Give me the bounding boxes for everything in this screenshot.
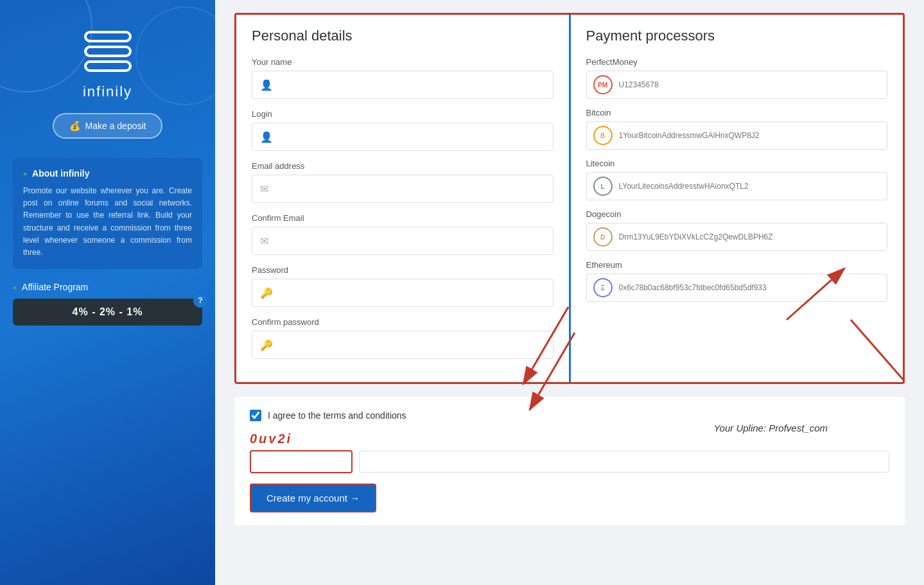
dogecoin-input-wrapper: D	[586, 223, 888, 251]
confirm-email-label: Confirm Email	[252, 213, 554, 223]
password-input[interactable]	[278, 288, 545, 298]
personal-section: Personal details Your name 👤 Login 👤 Ema…	[236, 15, 571, 382]
perfectmoney-input-wrapper: PM	[586, 71, 888, 99]
password-label: Password	[252, 265, 554, 275]
dogecoin-logo: D	[593, 227, 613, 247]
sidebar: infinily 💰 Make a deposit About infinily…	[0, 0, 215, 585]
terms-row: I agree to the terms and conditions	[250, 410, 889, 421]
perfectmoney-label: PerfectMoney	[586, 57, 888, 67]
dogecoin-input[interactable]	[619, 232, 881, 241]
confirm-password-input-wrapper: 🔑	[252, 331, 554, 359]
affiliate-label: Affiliate Program	[13, 282, 202, 292]
confirm-password-input[interactable]	[278, 340, 545, 350]
create-account-label: Create my account →	[266, 493, 360, 503]
password-input-wrapper: 🔑	[252, 279, 554, 307]
bottom-section: I agree to the terms and conditions 0uv2…	[234, 397, 905, 525]
ethereum-input-wrapper: Ξ	[586, 274, 888, 302]
email-input[interactable]	[278, 184, 545, 194]
confirm-email-input-wrapper: ✉	[252, 227, 554, 255]
captcha-code: 0uv2i	[250, 432, 889, 446]
email-icon-2: ✉	[260, 235, 273, 247]
email-icon: ✉	[260, 183, 273, 195]
confirm-email-input[interactable]	[278, 236, 545, 246]
litecoin-logo: L	[593, 177, 613, 196]
bitcoin-logo: B	[593, 126, 613, 145]
litecoin-input[interactable]	[619, 182, 881, 191]
affiliate-rates-container: 4% - 2% - 1% ?	[13, 299, 202, 326]
svg-rect-1	[85, 47, 130, 56]
confirm-password-label: Confirm password	[252, 317, 554, 327]
captcha-input[interactable]	[250, 450, 353, 473]
terms-label[interactable]: I agree to the terms and conditions	[268, 410, 406, 421]
bitcoin-input-wrapper: B	[586, 121, 888, 150]
ethereum-label: Ethereum	[586, 260, 888, 270]
captcha-section: 0uv2i	[250, 432, 889, 473]
svg-rect-0	[85, 32, 130, 41]
deposit-icon: 💰	[69, 121, 80, 131]
name-input-wrapper: 👤	[252, 71, 554, 99]
payment-section-title: Payment processors	[586, 28, 888, 44]
person-icon: 👤	[260, 79, 273, 91]
deposit-button-label: Make a deposit	[85, 121, 146, 131]
about-card: About infinily Promote our website where…	[13, 158, 202, 269]
bitcoin-label: Bitcoin	[586, 108, 888, 118]
dogecoin-label: Dogecoin	[586, 209, 888, 219]
terms-checkbox[interactable]	[250, 410, 261, 421]
name-label: Your name	[252, 57, 554, 67]
deposit-button[interactable]: 💰 Make a deposit	[53, 113, 163, 139]
about-card-text: Promote our website wherever you are. Cr…	[23, 185, 192, 259]
svg-rect-2	[85, 62, 130, 71]
personal-section-title: Personal details	[252, 28, 554, 44]
create-account-button[interactable]: Create my account →	[250, 484, 376, 512]
lock-icon: 🔑	[260, 287, 273, 299]
about-card-title: About infinily	[23, 168, 192, 179]
login-label: Login	[252, 109, 554, 119]
litecoin-label: Litecoin	[586, 159, 888, 168]
litecoin-input-wrapper: L	[586, 172, 888, 200]
lock-icon-2: 🔑	[260, 339, 273, 351]
email-label: Email address	[252, 161, 554, 171]
logo-text: infinily	[83, 83, 132, 100]
payment-section: Payment processors PerfectMoney PM Bitco…	[571, 15, 903, 382]
name-input[interactable]	[278, 80, 545, 90]
perfectmoney-input[interactable]	[619, 80, 881, 89]
person-icon-2: 👤	[260, 131, 273, 143]
affiliate-rates-text: 4% - 2% - 1%	[73, 306, 143, 318]
upline-text: Your Upline: Profvest_com	[713, 423, 828, 433]
logo-icon	[79, 26, 137, 77]
help-badge[interactable]: ?	[193, 293, 207, 308]
login-input[interactable]	[278, 132, 545, 142]
email-input-wrapper: ✉	[252, 175, 554, 203]
main-content: Personal details Your name 👤 Login 👤 Ema…	[215, 0, 924, 585]
bitcoin-input[interactable]	[619, 131, 881, 140]
captcha-input-row	[250, 450, 889, 473]
form-container: Personal details Your name 👤 Login 👤 Ema…	[234, 13, 905, 384]
perfectmoney-logo: PM	[593, 75, 613, 94]
logo-container: infinily	[79, 26, 137, 100]
captcha-full-input[interactable]	[359, 451, 889, 473]
ethereum-logo: Ξ	[593, 278, 613, 297]
ethereum-input[interactable]	[619, 283, 881, 292]
login-input-wrapper: 👤	[252, 123, 554, 151]
